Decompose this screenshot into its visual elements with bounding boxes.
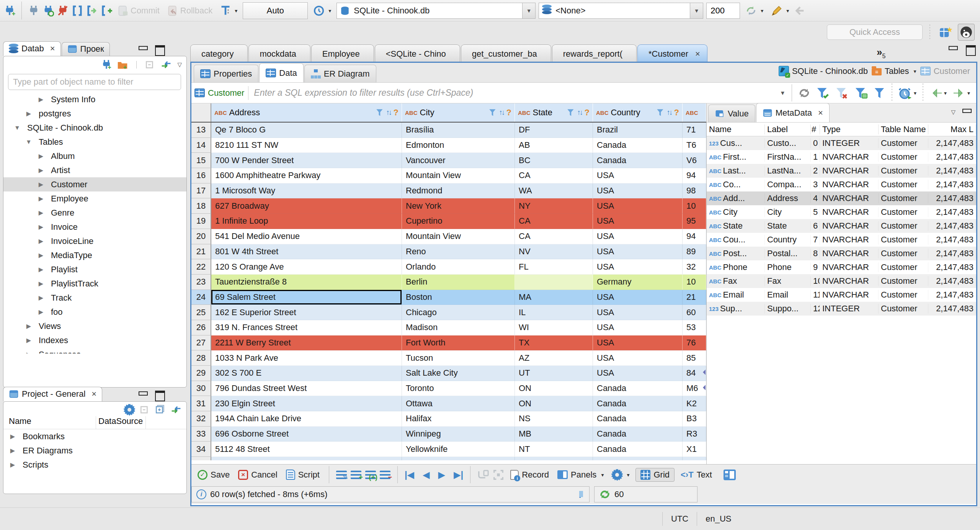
expand-arrow-icon[interactable]: ▶ xyxy=(37,280,45,287)
cell-address[interactable]: 796 Dundas Street West xyxy=(211,381,402,396)
cell-address[interactable]: 627 Broadway xyxy=(211,198,402,214)
transaction-log-button[interactable]: ▾ xyxy=(218,4,240,18)
expand-arrow-icon[interactable]: ▶ xyxy=(37,223,45,231)
cell-address[interactable]: Qe 7 Bloco G xyxy=(211,123,402,138)
cell-postalcode[interactable]: X1 xyxy=(683,442,706,457)
row-number-cell[interactable]: 27 xyxy=(191,335,211,351)
link-with-editor-icon[interactable] xyxy=(160,60,172,70)
row-number-cell[interactable]: 22 xyxy=(191,259,211,275)
tree-item[interactable]: ▶ Indexes xyxy=(3,333,186,347)
grid-corner-cell[interactable] xyxy=(191,103,211,122)
cell-state[interactable]: CA xyxy=(515,214,593,229)
cell-country[interactable]: Canada xyxy=(593,396,683,411)
reconnect-icon[interactable] xyxy=(42,5,54,16)
minimize-editor-icon[interactable] xyxy=(947,45,959,54)
settings-button[interactable]: ▾ xyxy=(610,469,632,481)
expand-arrow-icon[interactable]: ▶ xyxy=(37,152,45,160)
column-header-datasource[interactable]: DataSource xyxy=(96,416,146,429)
column-header-name[interactable]: Name xyxy=(707,124,765,134)
perspective-er-icon[interactable]: ★ xyxy=(937,24,954,41)
editor-tab[interactable]: *Customer × xyxy=(637,44,707,63)
focus-cell-icon[interactable] xyxy=(493,469,504,481)
metadata-row[interactable]: 123 Sup... Suppo... 12 INTEGER Customer … xyxy=(707,302,976,316)
cell-city[interactable]: New York xyxy=(402,198,515,214)
duplicate-row-icon[interactable]: (+) xyxy=(365,471,376,479)
cell-state[interactable]: NS xyxy=(515,411,593,427)
metadata-row[interactable]: 123 Cus... Custo... 0 INTEGER Customer 2… xyxy=(707,136,976,150)
tree-item[interactable]: ▶ foo xyxy=(3,305,186,319)
column-header-state[interactable]: ABC State ↑↓ ? xyxy=(515,103,593,122)
filter-icon[interactable] xyxy=(656,109,665,116)
cell-country[interactable]: USA xyxy=(593,168,683,183)
refresh-toolbar-button[interactable]: ▾ xyxy=(743,3,766,18)
row-number-cell[interactable]: 17 xyxy=(191,183,211,199)
expand-arrow-icon[interactable]: ▶ xyxy=(25,110,33,117)
new-sql-editor-icon[interactable] xyxy=(72,5,83,16)
cell-postalcode[interactable]: B3 xyxy=(683,411,706,427)
cell-postalcode[interactable]: 10 xyxy=(683,275,706,290)
row-number-cell[interactable]: 23 xyxy=(191,275,211,290)
cell-state[interactable]: FL xyxy=(515,259,593,275)
breadcrumb-table[interactable]: Customer xyxy=(920,66,970,76)
column-header-tablename[interactable]: Table Name xyxy=(879,124,928,134)
transaction-history-button[interactable]: ▾ xyxy=(311,3,333,18)
cell-city[interactable]: Yellowknife xyxy=(402,442,515,457)
cursor-position-icon[interactable] xyxy=(576,489,584,499)
cell-state[interactable]: UT xyxy=(515,366,593,381)
cell-state[interactable]: NT xyxy=(515,442,593,457)
editor-tab[interactable]: Employee xyxy=(311,44,374,63)
open-sql-script-icon[interactable] xyxy=(86,5,98,16)
text-view-button[interactable]: <›T Text xyxy=(678,469,714,481)
quick-access-box[interactable]: Quick Access xyxy=(827,25,923,40)
metadata-row[interactable]: ABC Fax Fax 10 NVARCHAR Customer 2,147,4… xyxy=(707,274,976,288)
metadata-row[interactable]: ABC Email Email 11 NVARCHAR Customer 2,1… xyxy=(707,288,976,302)
cell-address[interactable]: 319 N. Frances Street xyxy=(211,320,402,335)
cell-state[interactable]: NV xyxy=(515,244,593,260)
maximize-view-icon[interactable] xyxy=(154,45,165,54)
last-row-icon[interactable]: ▶| xyxy=(454,469,463,480)
metadata-row[interactable]: ABC Post... Postal... 8 NVARCHAR Custome… xyxy=(707,247,976,260)
cell-city[interactable]: Reno xyxy=(402,244,515,260)
tab-metadata[interactable]: MetaData × xyxy=(756,103,830,122)
cell-address[interactable]: 801 W 4th Street xyxy=(211,244,402,260)
row-number-cell[interactable]: 33 xyxy=(191,427,211,442)
cell-city[interactable]: Vancouver xyxy=(402,153,515,168)
cell-address[interactable]: 2211 W Berry Street xyxy=(211,335,402,351)
save-filter-icon[interactable] xyxy=(852,86,871,100)
column-header-maxlength[interactable]: Max L xyxy=(928,124,976,134)
column-help-icon[interactable]: ? xyxy=(394,108,399,118)
disconnect-icon[interactable] xyxy=(57,5,69,16)
cell-postalcode[interactable]: 94 xyxy=(683,168,706,183)
row-number-cell[interactable]: 32 xyxy=(191,411,211,427)
cell-postalcode[interactable]: 21 xyxy=(683,290,706,305)
column-header-name[interactable]: Name xyxy=(3,416,96,429)
add-row-icon[interactable]: + xyxy=(351,471,361,479)
cell-country[interactable]: USA xyxy=(593,320,683,335)
minimize-view-icon[interactable] xyxy=(137,45,149,54)
row-number-cell[interactable]: 28 xyxy=(191,350,211,366)
commit-button[interactable]: Commit xyxy=(115,4,162,18)
next-row-icon[interactable]: ▶ xyxy=(438,469,445,480)
column-help-icon[interactable]: ? xyxy=(674,108,679,118)
filter-icon[interactable] xyxy=(567,109,575,116)
cell-state[interactable]: WA xyxy=(515,183,593,199)
row-number-cell[interactable]: 16 xyxy=(191,168,211,183)
expand-arrow-icon[interactable]: ▶ xyxy=(9,461,16,468)
apply-filter-icon[interactable] xyxy=(813,86,833,100)
cell-city[interactable]: Salt Lake City xyxy=(402,366,515,381)
remove-filter-icon[interactable] xyxy=(833,86,852,100)
expand-arrow-icon[interactable]: ▶ xyxy=(25,337,33,344)
cell-city[interactable]: Berlin xyxy=(402,275,515,290)
cell-country[interactable]: USA xyxy=(593,290,683,305)
delete-row-icon[interactable]: − xyxy=(380,471,390,479)
compare-pen-button[interactable]: ▾ xyxy=(769,3,791,18)
save-button[interactable]: ✓ Save xyxy=(195,469,232,481)
cell-country[interactable]: USA xyxy=(593,229,683,244)
cell-state[interactable]: NY xyxy=(515,198,593,214)
tree-item[interactable]: ▶ postgres xyxy=(3,106,186,121)
expand-arrow-icon[interactable]: ▶ xyxy=(37,195,45,202)
cell-city[interactable]: Boston xyxy=(402,290,515,305)
metadata-row[interactable]: ABC Phone Phone 9 NVARCHAR Customer 2,14… xyxy=(707,260,976,274)
cell-address[interactable]: 1 Infinite Loop xyxy=(211,214,402,229)
cell-state[interactable]: AZ xyxy=(515,350,593,366)
